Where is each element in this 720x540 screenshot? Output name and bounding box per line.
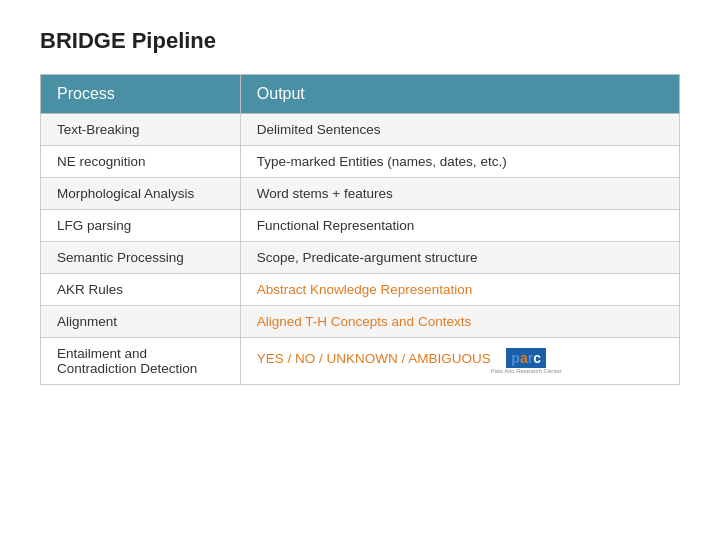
process-cell: LFG parsing [41,210,241,242]
page-title: BRIDGE Pipeline [40,28,680,54]
output-cell: Word stems + features [240,178,679,210]
pipeline-table: Process Output Text-BreakingDelimited Se… [40,74,680,385]
output-text: YES / NO / UNKNOWN / AMBIGUOUS [257,351,491,366]
process-cell: NE recognition [41,146,241,178]
output-text: Delimited Sentences [257,122,381,137]
process-cell: Alignment [41,306,241,338]
table-row: NE recognitionType-marked Entities (name… [41,146,680,178]
header-output: Output [240,75,679,114]
output-cell: Abstract Knowledge Representation [240,274,679,306]
output-text: Aligned T-H Concepts and Contexts [257,314,471,329]
table-row: Entailment and Contradiction DetectionYE… [41,338,680,385]
output-cell: Type-marked Entities (names, dates, etc.… [240,146,679,178]
header-process: Process [41,75,241,114]
process-cell: Semantic Processing [41,242,241,274]
output-text: Functional Representation [257,218,415,233]
process-cell: Morphological Analysis [41,178,241,210]
table-row: AlignmentAligned T-H Concepts and Contex… [41,306,680,338]
parc-logo: parc [506,348,546,368]
output-cell: YES / NO / UNKNOWN / AMBIGUOUSparcPalo A… [240,338,679,385]
table-row: Semantic ProcessingScope, Predicate-argu… [41,242,680,274]
output-cell: Functional Representation [240,210,679,242]
output-text: Type-marked Entities (names, dates, etc.… [257,154,507,169]
table-row: Text-BreakingDelimited Sentences [41,114,680,146]
output-text: Abstract Knowledge Representation [257,282,472,297]
process-cell: Entailment and Contradiction Detection [41,338,241,385]
process-cell: Text-Breaking [41,114,241,146]
page-container: BRIDGE Pipeline Process Output Text-Brea… [0,0,720,405]
output-cell: Aligned T-H Concepts and Contexts [240,306,679,338]
output-cell: Delimited Sentences [240,114,679,146]
process-cell: AKR Rules [41,274,241,306]
table-row: Morphological AnalysisWord stems + featu… [41,178,680,210]
output-text: Scope, Predicate-argument structure [257,250,478,265]
table-row: LFG parsingFunctional Representation [41,210,680,242]
table-row: AKR RulesAbstract Knowledge Representati… [41,274,680,306]
output-cell: Scope, Predicate-argument structure [240,242,679,274]
output-text: Word stems + features [257,186,393,201]
